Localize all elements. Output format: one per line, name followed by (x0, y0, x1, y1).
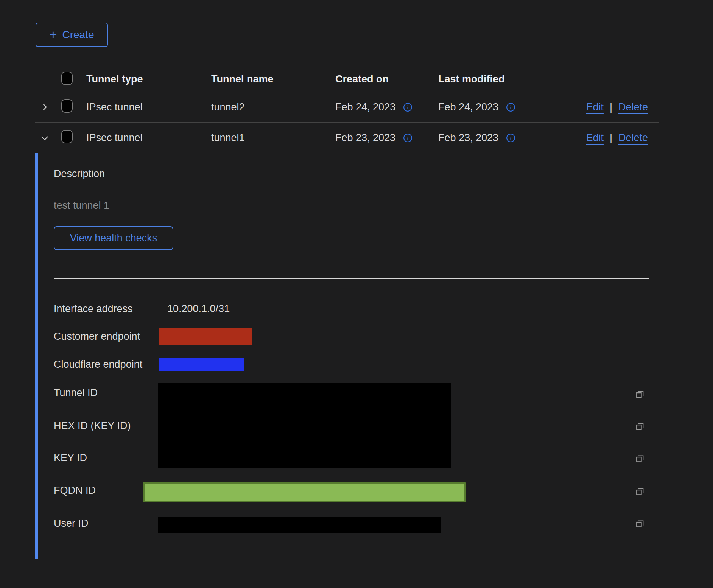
tunnel-type-cell: IPsec tunnel (86, 101, 211, 113)
copy-tunnel-id-button[interactable] (635, 389, 645, 399)
edit-link[interactable]: Edit (586, 132, 604, 144)
field-label-key-id: KEY ID (54, 451, 87, 464)
tunnel-name-cell: tunnel2 (211, 101, 335, 113)
create-button-label: Create (62, 29, 94, 41)
field-label-fqdn-id: FQDN ID (54, 484, 96, 497)
last-modified-cell: Feb 23, 2023 (438, 132, 498, 144)
field-label-user-id: User ID (54, 517, 89, 530)
created-on-cell: Feb 23, 2023 (335, 132, 395, 144)
field-label-hex-id: HEX ID (KEY ID) (54, 419, 131, 432)
info-icon[interactable] (506, 103, 515, 112)
delete-link[interactable]: Delete (618, 101, 648, 113)
column-header-tunnel-name: Tunnel name (211, 73, 335, 85)
plus-icon: + (50, 28, 57, 41)
table-row: IPsec tunnel tunnel1 Feb 23, 2023 Feb 23… (35, 123, 659, 153)
copy-icon (635, 518, 645, 529)
copy-hex-id-button[interactable] (635, 421, 645, 431)
description-value: test tunnel 1 (54, 199, 109, 212)
copy-icon (635, 486, 645, 496)
copy-icon (635, 453, 645, 464)
cloudflare-endpoint-redacted-value (159, 358, 244, 371)
created-on-cell: Feb 24, 2023 (335, 101, 395, 113)
column-header-last-modified: Last modified (438, 73, 659, 85)
column-header-created-on: Created on (335, 73, 438, 85)
actions-separator: | (610, 101, 612, 113)
field-label-interface-address: Interface address (54, 302, 133, 315)
field-label-cloudflare-endpoint: Cloudflare endpoint (54, 358, 142, 371)
info-icon[interactable] (403, 103, 413, 112)
tunnels-table: Tunnel type Tunnel name Created on Last … (35, 67, 659, 559)
info-icon[interactable] (506, 133, 515, 143)
table-header-row: Tunnel type Tunnel name Created on Last … (35, 67, 659, 92)
fqdn-id-redacted-value (143, 482, 466, 502)
panel-divider (54, 278, 649, 279)
user-id-redacted-value (158, 517, 441, 533)
copy-icon (635, 389, 645, 399)
table-row: IPsec tunnel tunnel2 Feb 24, 2023 Feb 24… (35, 92, 659, 123)
copy-fqdn-id-button[interactable] (635, 486, 645, 496)
interface-address-value: 10.200.1.0/31 (167, 302, 230, 315)
select-row-checkbox[interactable] (61, 130, 73, 143)
select-row-checkbox[interactable] (61, 99, 73, 113)
select-all-checkbox[interactable] (61, 72, 73, 85)
copy-user-id-button[interactable] (635, 518, 645, 529)
tunnels-page: { "toolbar": { "create_button": "Create"… (0, 0, 713, 588)
chevron-down-icon (40, 133, 50, 143)
delete-link[interactable]: Delete (618, 132, 648, 144)
tunnel-type-cell: IPsec tunnel (86, 132, 211, 144)
actions-separator: | (610, 132, 612, 144)
copy-key-id-button[interactable] (635, 453, 645, 464)
tunnel-name-cell: tunnel1 (211, 132, 335, 144)
last-modified-cell: Feb 24, 2023 (438, 101, 498, 113)
description-label: Description (54, 167, 105, 180)
customer-endpoint-redacted-value (159, 328, 252, 345)
create-button[interactable]: + Create (36, 23, 108, 47)
info-icon[interactable] (403, 133, 413, 143)
chevron-right-icon (40, 102, 50, 112)
copy-icon (635, 421, 645, 431)
tunnel-details-panel: Description test tunnel 1 View health ch… (35, 153, 659, 559)
field-label-customer-endpoint: Customer endpoint (54, 330, 140, 343)
collapse-row-button[interactable] (40, 133, 50, 143)
expand-row-button[interactable] (40, 102, 50, 112)
view-health-checks-button[interactable]: View health checks (54, 226, 173, 250)
ids-redacted-values (158, 383, 451, 468)
column-header-tunnel-type: Tunnel type (86, 73, 211, 85)
field-label-tunnel-id: Tunnel ID (54, 386, 98, 399)
edit-link[interactable]: Edit (586, 101, 604, 113)
